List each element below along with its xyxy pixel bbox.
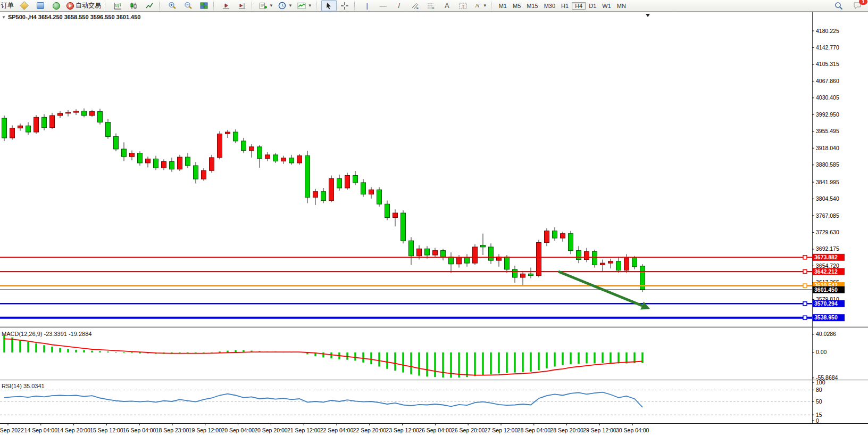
chart-canvas[interactable]: 4180.2254142.7704105.3154067.8604030.405… — [0, 12, 868, 435]
svg-text:19 Sep 12:00: 19 Sep 12:00 — [189, 427, 222, 433]
svg-text:15 Sep 12:00: 15 Sep 12:00 — [90, 427, 123, 433]
svg-text:4142.770: 4142.770 — [816, 44, 839, 51]
horizontal-line-icon: — — [380, 2, 387, 9]
toolbar-separator — [105, 2, 108, 10]
symbol-dropdown-caret-icon[interactable]: ▼ — [2, 15, 6, 20]
orders-button[interactable]: 订单 — [0, 0, 16, 11]
text-tool-button[interactable]: A — [439, 0, 455, 11]
crosshair-tool-button[interactable] — [337, 0, 353, 11]
macd-layer — [3, 335, 644, 378]
svg-text:3804.540: 3804.540 — [816, 195, 839, 202]
svg-text:23 Sep 12:00: 23 Sep 12:00 — [386, 427, 419, 433]
zoom-out-icon — [184, 2, 193, 10]
chart-shift-button[interactable] — [235, 0, 250, 11]
notification-badge: 1 — [859, 0, 867, 5]
new-order-button[interactable] — [16, 0, 32, 11]
vertical-line-icon: | — [366, 2, 368, 9]
svg-text:14 Sep 20:00: 14 Sep 20:00 — [57, 427, 90, 433]
zoom-out-button[interactable] — [180, 0, 196, 11]
chart-line-icon — [146, 2, 154, 10]
signals-button[interactable] — [48, 0, 64, 11]
svg-text:E: E — [416, 6, 419, 10]
autotrade-button[interactable]: 自动交易 — [64, 0, 103, 11]
signal-icon — [53, 2, 60, 10]
timeframe-w1-button[interactable]: W1 — [599, 3, 614, 9]
rsi-layer — [4, 392, 642, 407]
timeframe-m15-button[interactable]: M15 — [524, 3, 540, 9]
vertical-line-tool-button[interactable]: | — [360, 0, 375, 11]
timeframe-mn-button[interactable]: MN — [614, 3, 629, 9]
chart-shift-icon — [238, 2, 246, 10]
search-button[interactable] — [831, 0, 846, 11]
svg-text:16 Sep 04:00: 16 Sep 04:00 — [123, 427, 156, 433]
svg-text:4105.315: 4105.315 — [816, 61, 839, 67]
horizontal-lines-layer — [0, 256, 812, 319]
toolbar-separator — [354, 2, 357, 10]
fibonacci-tool-button[interactable]: F — [423, 0, 439, 11]
svg-text:18 Sep 23:00: 18 Sep 23:00 — [156, 427, 189, 433]
svg-text:22 Sep 04:00: 22 Sep 04:00 — [320, 427, 354, 433]
last-bar-marker — [646, 14, 650, 17]
svg-text:22 Sep 20:00: 22 Sep 20:00 — [353, 427, 387, 433]
toolbar-separator — [491, 2, 494, 10]
svg-text:3767.085: 3767.085 — [816, 212, 839, 219]
dropdown-caret-icon: ▼ — [269, 3, 273, 8]
template-menu-button[interactable]: ▼ — [295, 0, 314, 11]
chart-bars-icon — [114, 2, 122, 10]
svg-text:4030.405: 4030.405 — [816, 94, 839, 101]
svg-text:29 Sep 12:00: 29 Sep 12:00 — [583, 427, 616, 433]
svg-text:3692.175: 3692.175 — [816, 245, 839, 252]
svg-text:0.00: 0.00 — [816, 349, 827, 355]
clock-icon — [278, 2, 286, 10]
crosshair-icon — [341, 2, 348, 10]
notifications-button[interactable]: 1 — [849, 0, 865, 11]
svg-text:26 Sep 04:00: 26 Sep 04:00 — [419, 427, 452, 433]
toolbar-separator — [213, 2, 216, 10]
chart-area: ▼ SP500-,H4 3654.250 3658.550 3596.550 3… — [0, 12, 868, 435]
svg-text:3841.995: 3841.995 — [816, 179, 839, 185]
line-chart-mode-button[interactable] — [142, 0, 157, 11]
svg-text:3538.950: 3538.950 — [814, 314, 838, 321]
timeframe-h1-button[interactable]: H1 — [558, 3, 571, 9]
candles-layer — [2, 109, 645, 292]
period-menu-button[interactable]: ▼ — [276, 0, 295, 11]
svg-text:100: 100 — [816, 379, 825, 385]
svg-text:21 Sep 12:00: 21 Sep 12:00 — [287, 427, 321, 433]
timeframe-m5-button[interactable]: M5 — [510, 3, 523, 9]
chart-title: ▼ SP500-,H4 3654.250 3658.550 3596.550 3… — [2, 14, 140, 20]
rsi-indicator-label: RSI(14) 35.0341 — [2, 383, 45, 389]
template-icon — [297, 2, 306, 10]
channel-tool-button[interactable]: E — [407, 0, 423, 11]
arrows-tool-button[interactable]: ▼ — [471, 0, 489, 11]
add-indicator-button[interactable]: ▼ — [257, 0, 276, 11]
arrows-icon — [473, 2, 481, 9]
label-tool-button[interactable]: T — [455, 0, 471, 11]
equidistant-channel-icon: E — [411, 2, 419, 10]
svg-text:30 Sep 04:00: 30 Sep 04:00 — [616, 427, 649, 433]
profile-icon — [37, 2, 44, 9]
autoscroll-icon — [222, 2, 230, 10]
toolbar: 订单 自动交易 — [0, 0, 868, 12]
dropdown-caret-icon: ▼ — [483, 3, 487, 8]
svg-text:4067.860: 4067.860 — [816, 78, 839, 84]
trendline-tool-button[interactable]: / — [391, 0, 407, 11]
timeframe-d1-button[interactable]: D1 — [586, 3, 599, 9]
autotrade-label: 自动交易 — [76, 1, 101, 10]
svg-text:13 Sep 2022: 13 Sep 2022 — [0, 427, 24, 433]
tile-windows-button[interactable] — [196, 0, 212, 11]
timeframe-h4-button[interactable]: H4 — [572, 2, 586, 10]
zoom-in-button[interactable] — [164, 0, 180, 11]
timeframe-m30-button[interactable]: M30 — [541, 3, 558, 9]
trading-terminal-window: 订单 自动交易 — [0, 0, 868, 435]
bar-chart-mode-button[interactable] — [110, 0, 126, 11]
profile-button[interactable] — [32, 0, 48, 11]
trendline-icon: / — [398, 2, 400, 9]
timeframe-m1-button[interactable]: M1 — [496, 3, 510, 9]
autoscroll-button[interactable] — [219, 0, 234, 11]
svg-text:27 Sep 12:00: 27 Sep 12:00 — [485, 427, 518, 433]
svg-text:28 Sep 04:00: 28 Sep 04:00 — [518, 427, 551, 433]
cursor-tool-button[interactable] — [321, 0, 337, 11]
horizontal-line-tool-button[interactable]: — — [375, 0, 391, 11]
candle-chart-mode-button[interactable] — [126, 0, 141, 11]
text-icon: A — [445, 2, 449, 9]
